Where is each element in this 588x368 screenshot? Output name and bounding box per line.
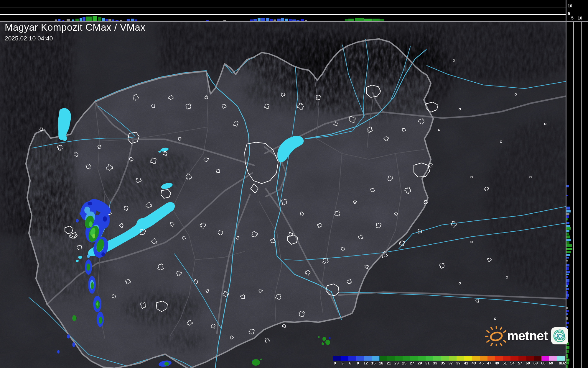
right-profile-echo — [566, 285, 568, 287]
top-profile-echo — [112, 19, 114, 21]
metnet-app-icon — [551, 327, 568, 344]
top-profile-echo — [285, 19, 288, 21]
right-profile-echo — [566, 317, 568, 320]
right-profile-echo — [566, 227, 571, 230]
scale-tick-label: 54 — [510, 361, 514, 365]
right-profile-echo — [566, 235, 570, 238]
top-profile-echo — [277, 19, 281, 21]
scale-tick-label: 57 — [518, 361, 522, 365]
scale-tick-label: 18 — [379, 361, 383, 365]
top-profile-echo — [86, 17, 92, 21]
scale-cell — [534, 356, 541, 361]
scale-cell — [441, 356, 449, 361]
top-profile-echo — [281, 18, 284, 21]
top-axis-label-5: 5 — [568, 11, 570, 16]
scale-cell — [387, 356, 395, 361]
top-profile-echo — [75, 19, 79, 21]
right-profile-echo — [566, 350, 569, 353]
top-profile-echo — [380, 19, 384, 21]
metnet-wordmark: metnet — [507, 328, 548, 343]
scale-tick-label: 60 — [526, 361, 530, 365]
scale-tick-label: 45 — [480, 361, 484, 365]
top-profile-echo — [58, 19, 60, 21]
top-profile-echo — [83, 17, 85, 21]
scale-cell — [510, 356, 518, 361]
scale-tick-label: 23 — [394, 361, 398, 365]
profile-axes-corner — [566, 0, 588, 21]
right-profile-echo — [566, 195, 568, 196]
right-profile-echo — [566, 310, 569, 312]
top-profile-echo — [301, 19, 304, 21]
scale-cell — [464, 356, 472, 361]
right-profile-echo — [566, 271, 570, 273]
scale-tick-label: 25 — [402, 361, 406, 365]
scale-tick-label: 63 — [533, 361, 538, 365]
right-profile-echo — [566, 274, 569, 275]
right-profile-echo — [566, 257, 569, 259]
scale-cell — [549, 356, 557, 361]
scale-cell — [379, 356, 387, 361]
scale-tick-label: 35 — [441, 361, 445, 365]
scale-cell — [433, 356, 441, 361]
top-profile-echo — [127, 19, 130, 21]
scale-cell — [526, 356, 534, 361]
right-profile-echo — [566, 254, 570, 256]
top-profile-echo — [55, 19, 57, 21]
scale-tick-label: 66 — [541, 361, 545, 365]
scale-cell — [541, 356, 549, 361]
right-axis-label-10: 10 — [578, 16, 582, 20]
right-profile-echo — [566, 264, 569, 266]
scale-tick-label: 51 — [503, 361, 507, 365]
top-profile-echo — [305, 20, 307, 21]
top-profile-echo — [93, 16, 97, 21]
top-profile-echo — [108, 19, 111, 21]
scale-tick-label: 49 — [495, 361, 499, 365]
scale-tick-label: 69 — [549, 361, 553, 365]
top-profile-echo — [355, 18, 364, 21]
right-profile-echo — [566, 225, 570, 227]
right-profile-echo — [566, 354, 568, 358]
scale-cell — [333, 356, 341, 361]
scale-cell — [364, 356, 372, 361]
right-profile-echo — [566, 267, 569, 270]
scale-cell — [341, 356, 348, 361]
top-profile-echo — [292, 19, 296, 21]
right-profile-echo — [566, 233, 569, 235]
right-profile-echo — [566, 291, 568, 294]
top-profile-echo — [120, 20, 122, 21]
top-profile-echo — [72, 19, 74, 21]
top-profile-echo — [80, 18, 82, 21]
right-profile-echo — [566, 365, 568, 368]
right-profile-echo — [566, 218, 568, 220]
scale-tick-label: 43 — [472, 361, 476, 365]
scale-tick-label: 47 — [487, 361, 491, 365]
top-profile-echo — [223, 20, 226, 21]
right-profile-echo — [566, 294, 569, 297]
scale-cell — [410, 356, 418, 361]
scale-cell — [395, 356, 403, 361]
top-strip-echoes — [0, 0, 566, 21]
right-profile-echo — [566, 297, 568, 299]
scale-cell — [348, 356, 356, 361]
top-profile-echo — [62, 20, 64, 21]
scale-tick-label: 31 — [425, 361, 429, 365]
scale-cell — [495, 356, 503, 361]
scale-tick-label: 0 — [334, 361, 336, 365]
radar-map — [0, 0, 588, 368]
top-strip-gridline-5km — [0, 14, 566, 15]
page-title: Magyar Kompozit CMax / VMax — [5, 22, 145, 33]
sun-icon — [485, 326, 506, 346]
scale-tick-label: 37 — [449, 361, 453, 365]
scale-tick-label: 33 — [433, 361, 437, 365]
scale-cell — [449, 356, 457, 361]
right-profile-echo — [566, 288, 569, 290]
scale-cell — [487, 356, 495, 361]
scale-cell — [372, 356, 379, 361]
header: Magyar Kompozit CMax / VMax 2025.02.10 0… — [5, 22, 145, 42]
right-profile-echo — [566, 307, 568, 309]
right-profile-echo — [566, 210, 571, 212]
dbz-color-scale: dBZ 036912151821232527293133353739414345… — [333, 356, 565, 366]
right-profile-echo — [566, 239, 571, 241]
right-profile-echo — [566, 207, 570, 210]
right-axis-label-5: 5 — [571, 16, 574, 20]
